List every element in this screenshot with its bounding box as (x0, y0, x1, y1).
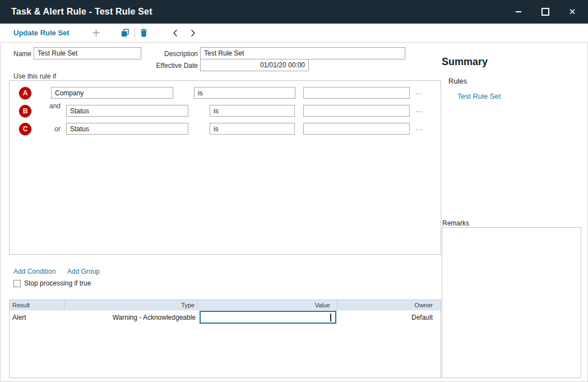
condition-c-operator-input[interactable] (210, 123, 295, 135)
window-controls: ✕ (505, 0, 586, 24)
delete-button[interactable] (137, 26, 151, 40)
add-condition-link[interactable]: Add Condition (13, 268, 55, 275)
table-row: Alert Warning - Acknowledgeable Default (10, 310, 441, 325)
copy-icon (121, 29, 129, 37)
condition-badge-b: B (19, 105, 31, 117)
condition-row-c: or C ... (10, 123, 441, 135)
use-this-rule-if-label: Use this rule if (13, 72, 56, 80)
close-icon: ✕ (569, 7, 576, 17)
condition-a-operator-input[interactable] (194, 87, 295, 99)
minimize-button[interactable] (505, 0, 532, 24)
condition-b-more-button[interactable]: ... (413, 105, 425, 115)
maximize-icon (541, 8, 549, 16)
stop-processing-row: Stop processing if true (13, 279, 91, 287)
condition-a-field-input[interactable] (51, 87, 173, 99)
type-column-header: Type (65, 300, 198, 310)
value-cell (198, 310, 337, 325)
conditions-panel: A ... and B ... or C ... (9, 80, 441, 255)
owner-column-header: Owner (337, 300, 441, 310)
condition-b-field-input[interactable] (66, 105, 188, 117)
condition-a-value-input[interactable] (303, 87, 410, 99)
condition-badge-a: A (19, 87, 31, 99)
owner-cell[interactable]: Default (337, 314, 441, 321)
condition-b-value-input[interactable] (303, 105, 410, 117)
summary-rule-link[interactable]: Test Rule Set (457, 92, 501, 100)
condition-c-conjunction: or (31, 125, 61, 133)
chevron-left-icon (173, 29, 178, 37)
name-label: Name (0, 50, 31, 58)
condition-c-field-input[interactable] (66, 123, 188, 135)
value-input[interactable] (200, 311, 336, 324)
condition-b-conjunction: and (31, 102, 61, 110)
effective-date-label: Effective Date (112, 62, 198, 70)
result-column-header: Result (10, 300, 65, 310)
summary-title: Summary (442, 56, 488, 68)
close-button[interactable]: ✕ (559, 0, 586, 24)
stop-processing-checkbox[interactable] (13, 280, 21, 287)
plus-icon (92, 29, 100, 37)
description-input[interactable] (200, 47, 405, 59)
add-group-link[interactable]: Add Group (67, 268, 100, 275)
text-caret (330, 314, 331, 321)
condition-row-b: and B ... (10, 105, 441, 117)
titlebar: Task & Alert Rule - Test Rule Set ✕ (0, 0, 588, 24)
value-column-header: Value (198, 300, 337, 310)
condition-c-value-input[interactable] (303, 123, 410, 135)
toolbar-divider (135, 28, 135, 38)
remarks-label: Remarks (442, 219, 469, 227)
effective-date-input[interactable] (200, 59, 309, 71)
next-button[interactable] (187, 26, 200, 40)
condition-badge-c: C (19, 123, 31, 135)
condition-b-operator-input[interactable] (210, 105, 295, 117)
update-rule-set-button[interactable]: Update Rule Set (13, 29, 70, 37)
maximize-button[interactable] (532, 0, 559, 24)
type-cell[interactable]: Warning - Acknowledgeable (65, 314, 198, 321)
remarks-textarea[interactable] (442, 227, 581, 378)
window-title: Task & Alert Rule - Test Rule Set (11, 7, 152, 17)
chevron-right-icon (191, 29, 196, 37)
condition-a-more-button[interactable]: ... (413, 87, 425, 97)
task-alert-rule-window: { "window": { "title": "Task & Alert Rul… (0, 0, 588, 382)
previous-button[interactable] (169, 26, 182, 40)
stop-processing-label: Stop processing if true (24, 279, 91, 287)
rules-label: Rules (448, 77, 467, 85)
minimize-icon (516, 11, 521, 12)
add-button[interactable] (90, 26, 103, 40)
toolbar: Update Rule Set (0, 24, 588, 43)
result-cell: Alert (10, 314, 65, 321)
description-label: Description (112, 50, 198, 58)
results-panel: Result Type Value Owner Alert Warning - … (9, 300, 441, 378)
condition-row-a: A ... (10, 87, 441, 99)
copy-button[interactable] (119, 26, 132, 40)
condition-c-more-button[interactable]: ... (413, 123, 425, 133)
results-header-row: Result Type Value Owner (10, 300, 441, 310)
trash-icon (140, 29, 147, 37)
